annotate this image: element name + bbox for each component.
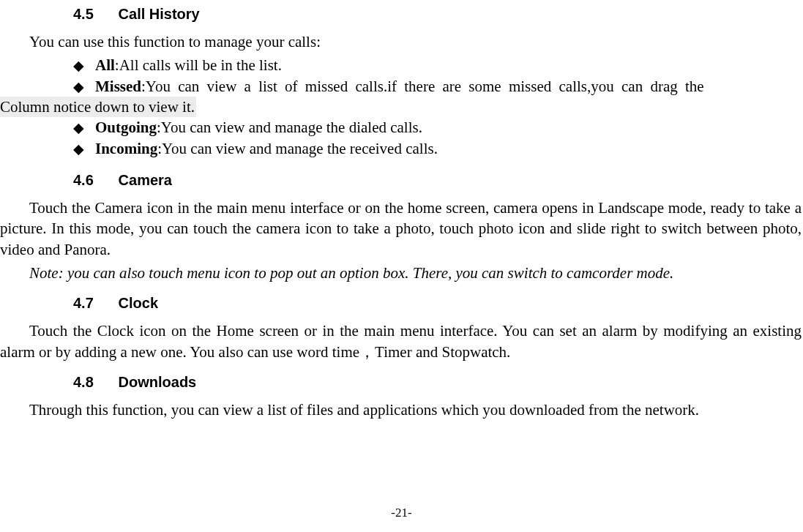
page: 4.5 Call History You can use this functi…: [0, 0, 803, 532]
diamond-bullet-icon: ◆: [73, 119, 95, 138]
diamond-bullet-icon: ◆: [73, 56, 95, 75]
heading-title: Clock: [119, 295, 158, 311]
list-item-all: ◆All:All calls will be in the list.: [0, 55, 803, 75]
list-item-missed-cont: Column notice down to view it.: [0, 97, 803, 117]
paragraph-45-intro: You can use this function to manage your…: [0, 31, 803, 52]
list-item-incoming: ◆Incoming:You can view and manage the re…: [0, 138, 803, 159]
heading-number: 4.6: [73, 171, 114, 190]
diamond-bullet-icon: ◆: [73, 140, 95, 159]
heading-title: Camera: [119, 172, 172, 188]
page-content: 4.5 Call History You can use this functi…: [0, 0, 803, 420]
paragraph-48-body: Through this function, you can view a li…: [0, 400, 803, 420]
list-text: :All calls will be in the list.: [115, 56, 282, 74]
list-label: Missed: [95, 78, 141, 95]
heading-4-5: 4.5 Call History: [73, 4, 803, 24]
heading-number: 4.5: [73, 4, 114, 24]
heading-4-8: 4.8 Downloads: [73, 372, 803, 392]
list-label: Outgoing: [95, 119, 157, 136]
paragraph-46-note: Note: you can also touch menu icon to po…: [0, 263, 803, 283]
page-number: -21-: [0, 505, 803, 522]
highlighted-continuation: Column notice down to view it.: [0, 97, 196, 117]
heading-number: 4.8: [73, 372, 114, 392]
list-text: :You can view and manage the dialed call…: [157, 119, 422, 136]
list-label: All: [95, 56, 115, 74]
list-text-line1: :You can view a list of missed calls.if …: [141, 78, 704, 95]
diamond-bullet-icon: ◆: [73, 78, 95, 97]
paragraph-47-body: Touch the Clock icon on the Home screen …: [0, 321, 803, 362]
list-text: :You can view and manage the received ca…: [157, 140, 438, 157]
heading-4-7: 4.7 Clock: [73, 293, 803, 313]
heading-4-6: 4.6 Camera: [73, 171, 803, 190]
list-item-outgoing: ◆Outgoing:You can view and manage the di…: [0, 117, 803, 138]
list-label: Incoming: [95, 140, 157, 157]
heading-number: 4.7: [73, 293, 114, 313]
paragraph-46-body: Touch the Camera icon in the main menu i…: [0, 198, 803, 260]
heading-title: Call History: [119, 6, 200, 22]
list-45: ◆All:All calls will be in the list. ◆Mis…: [0, 55, 803, 159]
list-item-missed: ◆Missed:You can view a list of missed ca…: [0, 76, 803, 97]
heading-title: Downloads: [119, 374, 197, 390]
